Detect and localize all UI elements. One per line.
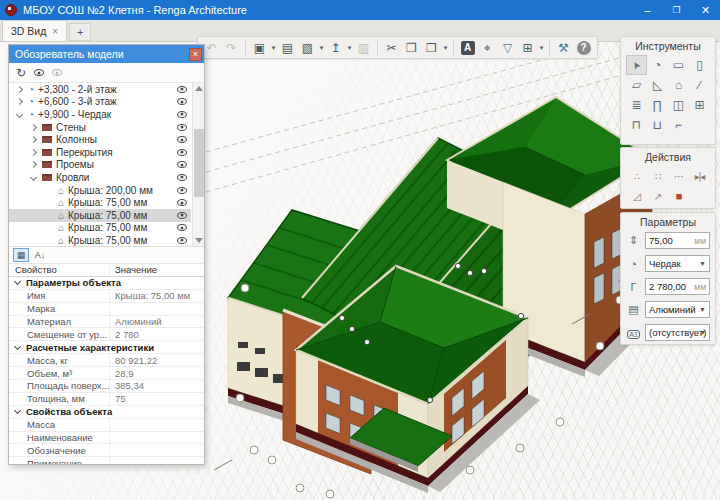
- tree-item-category[interactable]: Кровли: [9, 171, 191, 184]
- chevron-down-icon[interactable]: ▾: [270, 44, 277, 52]
- filter-button[interactable]: ▽: [498, 38, 517, 57]
- tree-item-category[interactable]: Колонны: [9, 133, 191, 146]
- visibility-eye-icon[interactable]: [177, 98, 187, 105]
- tree-item-category[interactable]: Стены: [9, 121, 191, 134]
- chevron-down-icon[interactable]: [30, 174, 37, 181]
- tool-ramp-button[interactable]: ◺: [647, 75, 668, 95]
- style-select[interactable]: (отсутствует)▼: [645, 324, 710, 341]
- tab-close-icon[interactable]: ×: [52, 26, 58, 37]
- sort-alphabetical-button[interactable]: А↓: [32, 248, 48, 262]
- help-button[interactable]: ?: [574, 38, 593, 57]
- tree-item-roof[interactable]: ⌂Крыша: 75,00 мм: [9, 222, 191, 235]
- tree-scrollbar[interactable]: [192, 83, 204, 246]
- visibility-eye-icon[interactable]: [177, 199, 187, 206]
- tool-floor-button[interactable]: ▱: [626, 75, 647, 95]
- new-tab-button[interactable]: +: [69, 23, 91, 41]
- property-row[interactable]: Масса, кг80 921,22: [9, 354, 204, 367]
- more-actions-button[interactable]: ⋯: [668, 166, 689, 186]
- visibility-eye-icon[interactable]: [177, 86, 187, 93]
- panel-titlebar[interactable]: Обозреватель модели ×: [9, 45, 204, 63]
- level-select[interactable]: Чердак▼: [645, 255, 710, 272]
- chevron-right-icon[interactable]: [30, 161, 37, 168]
- cut-button[interactable]: ✂: [382, 38, 401, 57]
- tree-item-roof[interactable]: ⌂Крыша: 75,00 мм: [9, 196, 191, 209]
- visibility-eye-icon[interactable]: [177, 136, 187, 143]
- tree-item-category[interactable]: Перекрытия: [9, 146, 191, 159]
- close-button[interactable]: ✕: [691, 0, 720, 20]
- paste-button[interactable]: ❒: [422, 38, 441, 57]
- visibility-eye-icon[interactable]: [177, 111, 187, 118]
- maximize-button[interactable]: ❐: [662, 0, 691, 20]
- tree-item-category[interactable]: Проемы: [9, 159, 191, 172]
- material-select[interactable]: Алюминий▼: [645, 301, 710, 318]
- tree-item-level[interactable]: ◔+6,600 - 3-й этаж: [9, 96, 191, 109]
- property-row[interactable]: Обозначение: [9, 444, 204, 457]
- open-project-button[interactable]: ▤: [278, 38, 297, 57]
- polyline-action-button[interactable]: ↗: [647, 186, 668, 206]
- thickness-input[interactable]: 75,00мм: [645, 232, 710, 249]
- tool-stair-button[interactable]: ≣: [626, 95, 647, 115]
- property-group-header[interactable]: Расчетные характеристики: [9, 341, 204, 354]
- chevron-right-icon[interactable]: [16, 98, 23, 105]
- visibility-eye-icon[interactable]: [177, 161, 187, 168]
- array-action-button[interactable]: ∷: [647, 166, 668, 186]
- scroll-thumb[interactable]: [194, 129, 204, 197]
- visibility-eye-icon[interactable]: [177, 174, 187, 181]
- property-row[interactable]: Примечание: [9, 457, 204, 464]
- chevron-right-icon[interactable]: [30, 149, 37, 156]
- chevron-right-icon[interactable]: [16, 86, 23, 93]
- measure-button[interactable]: ⌖: [478, 38, 497, 57]
- property-group-header[interactable]: Свойства объекта: [9, 406, 204, 419]
- tool-plumbing-button[interactable]: ⊔: [647, 115, 668, 135]
- print-button[interactable]: ▥: [354, 38, 373, 57]
- categorize-button[interactable]: ▦: [13, 248, 29, 262]
- snap-points-action-button[interactable]: ∴: [626, 166, 647, 186]
- mirror-action-button[interactable]: ▸|◂: [689, 166, 710, 186]
- chevron-down-icon[interactable]: ▾: [318, 44, 325, 52]
- tools-wrench-button[interactable]: ⚒: [554, 38, 573, 57]
- visibility-eye-icon[interactable]: [177, 212, 187, 219]
- property-row[interactable]: Марка: [9, 303, 204, 316]
- visibility-eye-icon[interactable]: [177, 224, 187, 231]
- tree-item-level[interactable]: ◔+3,300 - 2-й этаж: [9, 83, 191, 96]
- hide-all-eye-icon[interactable]: [52, 69, 62, 76]
- property-row[interactable]: ИмяКрыша: 75,00 мм: [9, 290, 204, 303]
- chevron-down-icon[interactable]: ▾: [442, 44, 449, 52]
- property-row[interactable]: Объем, м³28,9: [9, 367, 204, 380]
- tree-item-level[interactable]: ◔+9,900 - Чердак: [9, 108, 191, 121]
- visibility-eye-icon[interactable]: [177, 124, 187, 131]
- protractor-action-button[interactable]: ◿: [626, 186, 647, 206]
- visibility-eye-icon[interactable]: [177, 149, 187, 156]
- panel-close-button[interactable]: ×: [189, 48, 202, 61]
- view-3d-button[interactable]: ▣: [250, 38, 269, 57]
- chevron-down-icon[interactable]: [16, 111, 23, 118]
- offset-input[interactable]: 2 780,00мм: [645, 278, 710, 295]
- tab-3d-view[interactable]: 3D Вид ×: [2, 20, 67, 41]
- plot-button[interactable]: ▧: [298, 38, 317, 57]
- export-button[interactable]: ↥: [326, 38, 345, 57]
- tool-furniture-button[interactable]: ⊓: [626, 115, 647, 135]
- tool-select-button[interactable]: ➤: [626, 55, 647, 75]
- property-row[interactable]: Площадь поверх...385,34: [9, 380, 204, 393]
- tree-item-roof-selected[interactable]: ⌂Крыша: 75,00 мм: [9, 209, 191, 222]
- visibility-eye-icon[interactable]: [177, 237, 187, 244]
- scroll-up-icon[interactable]: [195, 86, 203, 91]
- tree-item-roof[interactable]: ⌂Крыша: 200,00 мм: [9, 184, 191, 197]
- chevron-down-icon[interactable]: ▾: [538, 44, 545, 52]
- tool-roof-button[interactable]: ⌂: [668, 75, 689, 95]
- tool-window-button[interactable]: ⊞: [689, 95, 710, 115]
- visibility-eye-icon[interactable]: [177, 187, 187, 194]
- property-row[interactable]: Смещение от ур...2 780: [9, 328, 204, 341]
- tool-wall-button[interactable]: ▭: [668, 55, 689, 75]
- tables-button[interactable]: ⊞: [518, 38, 537, 57]
- property-group-header[interactable]: Параметры объекта: [9, 277, 204, 290]
- move-action-button[interactable]: ■: [668, 186, 689, 206]
- property-row[interactable]: МатериалАлюминий: [9, 316, 204, 329]
- property-row[interactable]: Масса: [9, 419, 204, 432]
- copy-button[interactable]: ❐: [402, 38, 421, 57]
- tool-railing-button[interactable]: ∏: [647, 95, 668, 115]
- property-row[interactable]: Толщина, мм75: [9, 393, 204, 406]
- chevron-right-icon[interactable]: [30, 136, 37, 143]
- tool-pipe-button[interactable]: ⌐: [668, 115, 689, 135]
- redo-button[interactable]: ↷: [222, 38, 241, 57]
